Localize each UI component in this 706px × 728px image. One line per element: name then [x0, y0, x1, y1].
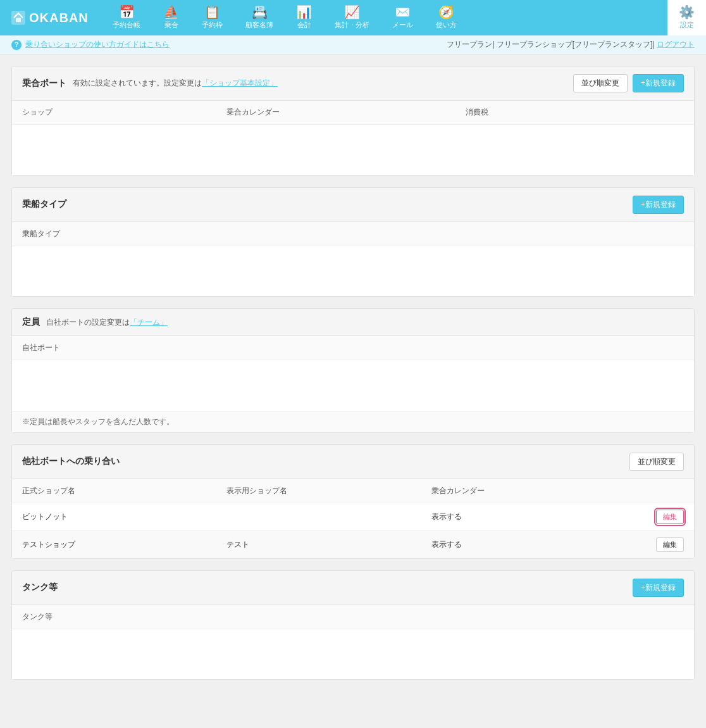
nav-icon-yoyaku-waku: 📋: [204, 6, 220, 18]
noriai-port-table: ショップ 乗合カレンダー 消費税: [12, 101, 694, 175]
logo-icon: [11, 11, 25, 25]
nav-icon-shukei: 📈: [344, 6, 360, 18]
nav-item-noriai[interactable]: ⛵ 乗合: [152, 0, 190, 35]
tank-empty-row: [12, 629, 694, 679]
section-noriai-port: 乗合ポート 有効に設定されています。設定変更は「ショップ基本設定」 並び順変更 …: [11, 66, 695, 176]
content: 乗合ポート 有効に設定されています。設定変更は「ショップ基本設定」 並び順変更 …: [0, 54, 706, 703]
logo-text: OKABAN: [29, 11, 89, 25]
other-company-order-button[interactable]: 並び順変更: [629, 453, 684, 471]
section-capacity-title-area: 定員 自社ボートの設定変更は「チーム」: [22, 317, 168, 328]
tank-col: タンク等: [12, 605, 694, 629]
section-vessel-type: 乗船タイプ +新規登録 乗船タイプ: [11, 187, 695, 298]
nav-item-tsukaika[interactable]: 🧭 使い方: [424, 0, 468, 35]
nav-icon-settings: ⚙️: [679, 6, 695, 18]
table-row: テストショップ テスト 表示する 編集: [12, 530, 694, 558]
other-company-row1-formal: ビットノット: [12, 503, 216, 530]
other-company-row1-display: [216, 503, 421, 530]
nav-icon-tsukaika: 🧭: [438, 6, 454, 18]
section-noriai-port-title-area: 乗合ポート 有効に設定されています。設定変更は「ショップ基本設定」: [22, 78, 278, 89]
nav-icon-mail: ✉️: [395, 6, 411, 18]
guide-link[interactable]: 乗り合いショップの使い方ガイドはこちら: [25, 39, 170, 50]
other-company-row2-edit-button[interactable]: 編集: [656, 537, 684, 552]
capacity-table: 自社ポート: [12, 336, 694, 411]
other-company-row2-action: 編集: [626, 530, 694, 558]
nav-icon-kaikei: 📊: [296, 6, 312, 18]
nav-icon-noriai: ⛵: [163, 6, 179, 18]
section-other-company-header: 他社ボートへの乗り合い 並び順変更: [12, 445, 694, 479]
tank-table: タンク等: [12, 605, 694, 680]
info-bar-right: フリープラン| フリープランショップ[フリープランスタッフ]| ログアウト: [447, 39, 695, 50]
vessel-type-empty-row: [12, 246, 694, 296]
noriai-port-col-tax: 消費税: [455, 101, 694, 125]
header: OKABAN 📅 予約台帳 ⛵ 乗合 📋 予約枠 📇 顧客名簿 📊 会計 📈 集…: [0, 0, 706, 35]
noriai-port-order-button[interactable]: 並び順変更: [573, 74, 628, 92]
section-tank-title: タンク等: [22, 582, 58, 593]
shop-settings-link[interactable]: 「ショップ基本設定」: [202, 78, 278, 87]
section-vessel-type-title-area: 乗船タイプ: [22, 199, 66, 210]
tank-new-button[interactable]: +新規登録: [633, 579, 684, 597]
noriai-port-col-shop: ショップ: [12, 101, 216, 125]
other-company-row1-calendar: 表示する: [421, 503, 626, 530]
section-noriai-port-header: 乗合ポート 有効に設定されています。設定変更は「ショップ基本設定」 並び順変更 …: [12, 66, 694, 101]
nav-item-yoyaku-waku[interactable]: 📋 予約枠: [190, 0, 234, 35]
section-other-company-title-area: 他社ボートへの乗り合い: [22, 456, 120, 467]
nav-item-shukei[interactable]: 📈 集計・分析: [323, 0, 381, 35]
vessel-type-table: 乗船タイプ: [12, 222, 694, 297]
logout-link[interactable]: ログアウト: [657, 40, 695, 49]
nav-item-kaikei[interactable]: 📊 会計: [285, 0, 323, 35]
capacity-empty-row: [12, 360, 694, 411]
nav-item-settings[interactable]: ⚙️ 設定: [667, 0, 706, 35]
info-bar-left: ? 乗り合いショップの使い方ガイドはこちら: [11, 39, 170, 50]
other-company-col-calendar: 乗合カレンダー: [421, 479, 626, 503]
section-other-company-title: 他社ボートへの乗り合い: [22, 456, 120, 467]
other-company-col-action: [626, 479, 694, 503]
section-vessel-type-header: 乗船タイプ +新規登録: [12, 188, 694, 222]
other-company-row1-action: 編集: [626, 503, 694, 530]
section-capacity-subtitle: 自社ボートの設定変更は「チーム」: [46, 317, 168, 328]
other-company-row2-calendar: 表示する: [421, 530, 626, 558]
section-tank: タンク等 +新規登録 タンク等: [11, 570, 695, 681]
section-noriai-port-actions: 並び順変更 +新規登録: [573, 74, 684, 92]
info-bar: ? 乗り合いショップの使い方ガイドはこちら フリープラン| フリープランショップ…: [0, 35, 706, 54]
table-row: ビットノット 表示する 編集: [12, 503, 694, 530]
section-tank-header: タンク等 +新規登録: [12, 571, 694, 605]
noriai-port-col-calendar: 乗合カレンダー: [216, 101, 455, 125]
section-tank-title-area: タンク等: [22, 582, 58, 593]
noriai-port-empty-row: [12, 125, 694, 175]
capacity-note: ※定員は船長やスタッフを含んだ人数です。: [12, 411, 694, 432]
section-vessel-type-title: 乗船タイプ: [22, 199, 66, 210]
svg-rect-1: [16, 18, 21, 22]
section-capacity-header: 定員 自社ボートの設定変更は「チーム」: [12, 309, 694, 336]
nav-icon-kokyaku-meibo: 📇: [252, 6, 268, 18]
section-other-company: 他社ボートへの乗り合い 並び順変更 正式ショップ名 表示用ショップ名 乗合カレン…: [11, 444, 695, 559]
vessel-type-new-button[interactable]: +新規登録: [633, 196, 684, 214]
section-other-company-actions: 並び順変更: [629, 453, 684, 471]
info-icon: ?: [11, 40, 22, 50]
nav-items: 📅 予約台帳 ⛵ 乗合 📋 予約枠 📇 顧客名簿 📊 会計 📈 集計・分析 ✉️…: [101, 0, 706, 35]
logo-area: OKABAN: [0, 0, 101, 35]
section-capacity-title: 定員: [22, 317, 40, 328]
nav-item-yoyaku-dacho[interactable]: 📅 予約台帳: [101, 0, 152, 35]
section-capacity: 定員 自社ボートの設定変更は「チーム」 自社ポート ※定員は船長やスタッフを含ん…: [11, 308, 695, 433]
other-company-row1-edit-button[interactable]: 編集: [656, 510, 684, 524]
other-company-row2-formal: テストショップ: [12, 530, 216, 558]
section-vessel-type-actions: +新規登録: [633, 196, 684, 214]
noriai-port-new-button[interactable]: +新規登録: [633, 74, 684, 92]
capacity-col-port: 自社ポート: [12, 336, 694, 360]
section-noriai-port-subtitle: 有効に設定されています。設定変更は「ショップ基本設定」: [73, 78, 278, 89]
nav-icon-yoyaku-dacho: 📅: [119, 6, 135, 18]
other-company-col-display: 表示用ショップ名: [216, 479, 421, 503]
nav-item-kokyaku-meibo[interactable]: 📇 顧客名簿: [234, 0, 285, 35]
team-link[interactable]: 「チーム」: [130, 318, 168, 327]
nav-item-mail[interactable]: ✉️ メール: [381, 0, 424, 35]
other-company-row2-display: テスト: [216, 530, 421, 558]
plan-text: フリープラン| フリープランショップ[フリープランスタッフ]|: [447, 40, 654, 49]
section-tank-actions: +新規登録: [633, 579, 684, 597]
section-noriai-port-title: 乗合ポート: [22, 78, 66, 89]
nav-spacer: [468, 0, 667, 35]
other-company-table: 正式ショップ名 表示用ショップ名 乗合カレンダー ビットノット 表示する 編集 …: [12, 479, 694, 558]
other-company-col-formal: 正式ショップ名: [12, 479, 216, 503]
vessel-type-col: 乗船タイプ: [12, 222, 694, 246]
